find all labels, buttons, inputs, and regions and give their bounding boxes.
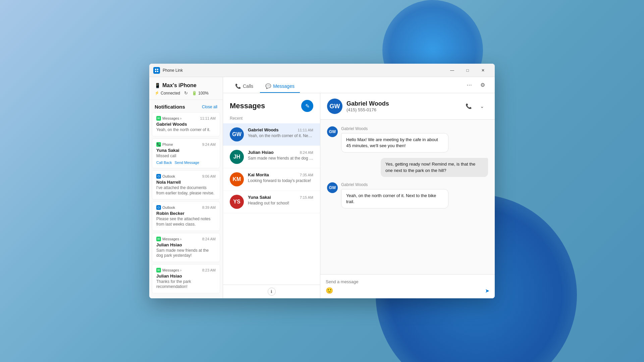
msg-avatar: KM [230,172,244,186]
message-list-item[interactable]: JH Julian Hsiao 8:24 AM Sam made new fri… [223,146,320,168]
msg-name: Kai Morita [248,172,269,177]
msg-time: 7:35 AM [300,173,313,177]
device-status: ⚡ Connected ↻ 🔋 100% [155,90,217,96]
app-window: Phone Link — □ ✕ 📱 Max's iPhone ⚡ Connec… [149,64,495,298]
svg-rect-0 [155,69,156,70]
window-body: 📱 Max's iPhone ⚡ Connected ↻ 🔋 100% [149,77,495,298]
message-input[interactable] [326,279,489,284]
call-button[interactable]: 📞 [463,100,475,112]
compose-button[interactable]: ✎ [301,100,313,112]
message-list-item[interactable]: KM Kai Morita 7:35 AM Looking forward to… [223,168,320,191]
send-button[interactable]: ➤ [485,288,489,294]
compose-icon: ✎ [305,103,310,109]
notif-time: 9:06 AM [202,174,216,178]
message-list-item[interactable]: YS Yuna Sakai 7:15 AM Heading out for sc… [223,191,320,213]
window-title: Phone Link [163,68,444,73]
notif-preview: Sam made new friends at the dog park yes… [156,248,216,258]
phone-app-icon: 📞 [156,142,161,147]
nav-tabs: 📞 Calls 💬 Messages [230,80,300,93]
tab-calls[interactable]: 📞 Calls [230,80,259,93]
calls-icon: 📞 [235,83,241,89]
bluetooth-icon: ⚡ [155,91,159,95]
messages-panel: Messages ✎ Recent GW Gabriel Woods 11:11… [223,93,320,298]
close-all-button[interactable]: Close all [202,105,217,109]
battery-icon: 🔋 [192,91,197,96]
notif-preview: I've attached the documents from earlier… [156,185,216,196]
message-list-item[interactable]: GW Gabriel Woods 11:11 AM Yeah, on the n… [223,123,320,146]
chat-message-row: GW Gabriel Woods Hello Max! We are meeti… [327,126,488,153]
notification-item[interactable]: ✉ Messages › 8:23 AM Julian Hsiao Thanks… [152,264,220,293]
notification-item[interactable]: 📞 Phone 9:24 AM Yuna Sakai Missed call C… [152,138,220,169]
chat-actions: 📞 ⌄ [463,100,488,112]
tab-messages[interactable]: 💬 Messages [260,80,300,93]
chat-contact-name: Gabriel Woods [346,100,389,107]
messages-app-icon: ✉ [156,116,161,121]
chat-contact-info: Gabriel Woods (415) 555-0176 [346,100,389,112]
chat-message-row: GW Gabriel Woods Yeah, on the north corn… [327,182,488,208]
notif-time: 8:24 AM [202,237,216,241]
messages-title: Messages [230,102,265,110]
msg-name: Julian Hsiao [248,150,274,155]
notif-preview: Thanks for the park recommendation! [156,279,216,290]
notification-item[interactable]: ✉ Messages › 11:11 AM Gabriel Woods Yeah… [152,112,220,136]
notification-item[interactable]: O Outlook 8:39 AM Robin Becker Please se… [152,201,220,231]
notif-action-button[interactable]: Send Message [174,161,199,165]
chat-bubble-avatar: GW [327,182,338,193]
msg-avatar: GW [230,127,244,141]
outlook-app-icon: O [156,174,161,179]
messages-footer: ℹ [223,285,320,298]
app-icon [153,67,160,74]
notifications-title: Notifications [155,104,185,110]
tab-calls-label: Calls [243,83,253,89]
titlebar: Phone Link — □ ✕ [149,64,495,77]
notif-app-name: Outlook [162,174,175,178]
top-nav: 📞 Calls 💬 Messages ⋯ ⚙ [223,77,495,93]
minimize-button[interactable]: — [444,65,460,76]
notif-app-name: Phone [162,142,173,146]
notif-sender: Julian Hsiao [156,242,216,247]
messages-header: Messages ✎ [223,93,320,115]
notif-time: 9:24 AM [202,142,216,146]
svg-rect-2 [155,71,156,72]
msg-preview: Looking forward to today's practice! [248,178,313,183]
nav-right: ⋯ ⚙ [464,79,488,93]
msg-preview: Yeah, on the north corner of it. Next to… [248,133,313,138]
messages-nav-icon: 💬 [265,83,271,89]
messages-recent-label: Recent [223,115,320,123]
messages-app-icon: ✉ [156,237,161,241]
settings-button[interactable]: ⚙ [477,79,488,90]
msg-name: Gabriel Woods [248,127,279,132]
notif-sender: Robin Becker [156,211,216,216]
notif-preview: Missed call [156,154,216,159]
notification-item[interactable]: O Outlook 9:06 AM Nola Harrell I've atta… [152,170,220,199]
battery-status: 🔋 100% [192,91,209,96]
notif-preview: Please see the attached notes from last … [156,217,216,227]
msg-content: Kai Morita 7:35 AM Looking forward to to… [248,172,313,183]
msg-name: Yuna Sakai [248,195,271,200]
maximize-button[interactable]: □ [460,65,475,76]
notif-time: 8:23 AM [202,268,216,272]
sidebar: 📱 Max's iPhone ⚡ Connected ↻ 🔋 100% [149,77,223,298]
notif-sender: Nola Harrell [156,180,216,185]
notifications-header: Notifications Close all [149,100,223,112]
close-button[interactable]: ✕ [475,65,491,76]
window-controls: — □ ✕ [444,65,491,76]
content-panels: Messages ✎ Recent GW Gabriel Woods 11:11… [223,93,495,298]
more-options-button[interactable]: ⋯ [464,79,475,90]
info-button[interactable]: ℹ [268,288,276,296]
call-chevron-button[interactable]: ⌄ [476,100,488,112]
emoji-button[interactable]: 🙂 [326,287,333,294]
notif-sender: Julian Hsiao [156,274,216,279]
notif-sender: Yuna Sakai [156,148,216,153]
svg-rect-1 [157,69,158,70]
chat-message-row: Yes, getting ready now! Remind me, is th… [327,158,488,177]
device-info: 📱 Max's iPhone ⚡ Connected ↻ 🔋 100% [149,77,223,100]
msg-content: Julian Hsiao 8:24 AM Sam made new friend… [248,150,313,161]
notif-action-button[interactable]: Call Back [156,161,172,165]
messages-app-icon: ✉ [156,268,161,273]
msg-time: 11:11 AM [298,128,313,132]
notification-item[interactable]: ✉ Messages › 8:24 AM Julian Hsiao Sam ma… [152,233,220,262]
outlook-app-icon: O [156,205,161,210]
refresh-button[interactable]: ↻ [184,90,188,96]
messages-list: GW Gabriel Woods 11:11 AM Yeah, on the n… [223,123,320,285]
